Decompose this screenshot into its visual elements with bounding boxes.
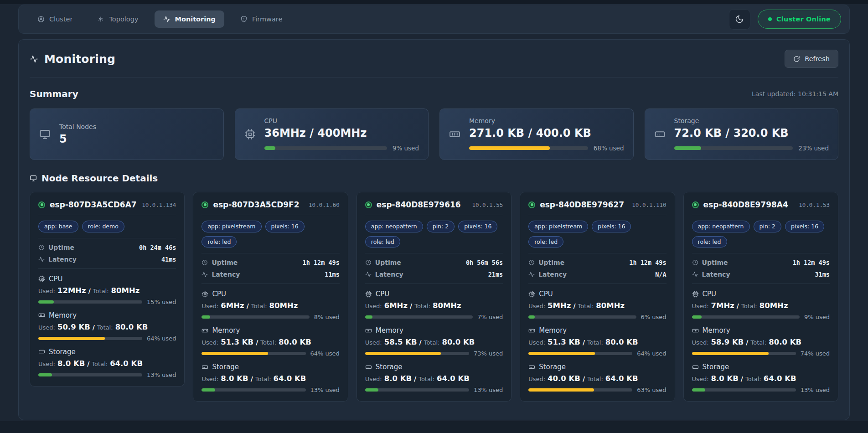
storage-icon	[692, 364, 699, 371]
progress-percent: 7% used	[477, 314, 503, 320]
node-card: esp-840D8E9798A410.0.1.53app: neopattern…	[683, 192, 838, 402]
summary-card-body: Memory271.0 KB / 400.0 KB68% used	[469, 117, 624, 152]
node-name: esp-840D8E979627	[540, 200, 624, 209]
progress-fill	[469, 146, 550, 150]
progress-row: 13% used	[202, 387, 339, 393]
total-value: 80MHz	[596, 301, 625, 310]
divider	[38, 238, 176, 238]
progress-row: 74% used	[692, 350, 830, 357]
tag-badge: pixels: 16	[592, 221, 631, 232]
divider	[38, 215, 176, 215]
progress-percent: 64% used	[637, 350, 666, 357]
uptime-label: Uptime	[48, 244, 74, 251]
cpu-title: CPU	[703, 290, 717, 298]
progress-percent: 8% used	[314, 314, 340, 320]
memory-header: Memory	[365, 326, 503, 335]
used-label: Used:	[692, 376, 709, 382]
total-label: Total:	[741, 303, 757, 309]
memory-section: MemoryUsed:58.5 KB/Total:80.0 KB73% used	[365, 326, 503, 357]
memory-icon	[692, 327, 699, 334]
progress-row: 64% used	[202, 350, 339, 357]
progress-fill	[202, 315, 210, 319]
divider	[692, 284, 830, 284]
cpu-icon	[365, 291, 372, 298]
separator: /	[583, 375, 585, 382]
total-label: Total:	[93, 288, 109, 294]
storage-title: Storage	[49, 348, 76, 356]
page-title: Monitoring	[44, 52, 115, 66]
monitor-icon	[39, 129, 51, 140]
used-label: Used:	[365, 376, 382, 382]
cluster-status-button[interactable]: Cluster Online	[758, 10, 841, 29]
memory-usage: Used:58.9 KB/Total:80.0 KB	[692, 338, 830, 346]
progress-fill	[202, 352, 268, 355]
uptime-row: Uptime0h 24m 46s	[38, 244, 176, 251]
uptime-value: 0h 56m 56s	[466, 259, 503, 266]
progress-track	[202, 352, 305, 355]
tag-badge: pixels: 16	[785, 221, 824, 232]
progress-row: 8% used	[202, 314, 339, 320]
tag-badge: role: led	[365, 236, 400, 248]
cpu-title: CPU	[49, 275, 63, 283]
cpu-section: CPUUsed:5MHz/Total:80MHz6% used	[528, 290, 666, 320]
latency-value: N/A	[655, 271, 666, 278]
memory-usage: Used:51.3 KB/Total:80.0 KB	[202, 338, 339, 346]
storage-usage: Used:8.0 KB/Total:64.0 KB	[202, 374, 339, 383]
memory-icon	[38, 312, 45, 319]
monitoring-icon	[30, 55, 38, 63]
uptime-row: Uptime1h 12m 49s	[202, 259, 339, 266]
tag-badge: role: demo	[82, 221, 124, 232]
total-value: 64.0 KB	[605, 374, 638, 383]
tab-monitoring[interactable]: Monitoring	[155, 10, 224, 28]
cpu-section: CPUUsed:12MHz/Total:80MHz15% used	[38, 275, 176, 305]
memory-section: MemoryUsed:51.3 KB/Total:80.0 KB64% used	[528, 326, 666, 357]
total-value: 64.0 KB	[437, 374, 470, 383]
theme-toggle-button[interactable]	[729, 9, 750, 30]
progress-fill	[528, 388, 594, 392]
refresh-button[interactable]: Refresh	[785, 50, 838, 68]
progress-track	[38, 300, 142, 304]
progress-track	[365, 315, 473, 319]
separator: /	[583, 339, 585, 346]
clock-icon	[692, 259, 698, 266]
divider	[202, 215, 339, 215]
cpu-header: CPU	[202, 290, 339, 298]
used-label: Used:	[528, 303, 545, 309]
storage-icon	[528, 364, 535, 371]
total-value: 80MHz	[269, 301, 298, 310]
used-label: Used:	[528, 376, 545, 382]
activity-icon	[38, 256, 45, 263]
progress-track	[528, 352, 632, 355]
latency-label: Latency	[538, 271, 567, 278]
used-value: 8.0 KB	[221, 374, 248, 383]
node-status-dot	[528, 201, 535, 208]
progress-track	[264, 146, 387, 150]
progress-fill	[692, 315, 702, 319]
tab-cluster[interactable]: Cluster	[29, 10, 81, 28]
cpu-icon	[202, 291, 208, 298]
memory-header: Memory	[38, 311, 176, 320]
page-title-wrap: Monitoring	[30, 52, 115, 66]
total-label: Total:	[418, 376, 434, 382]
cpu-header: CPU	[528, 290, 666, 298]
tab-firmware[interactable]: Firmware	[232, 10, 291, 28]
separator: /	[93, 324, 95, 331]
storage-section: StorageUsed:40.0 KB/Total:64.0 KB63% use…	[528, 363, 666, 393]
latency-label: Latency	[212, 271, 240, 278]
tab-topology[interactable]: Topology	[88, 10, 147, 28]
cpu-title: CPU	[376, 290, 390, 298]
total-value: 80MHz	[111, 286, 140, 295]
summary-cards: Total Nodes5CPU36MHz / 400MHz9% usedMemo…	[30, 108, 838, 160]
used-value: 40.0 KB	[548, 374, 580, 383]
used-value: 58.5 KB	[384, 338, 417, 346]
memory-icon	[202, 327, 208, 334]
total-value: 80MHz	[433, 301, 461, 310]
storage-icon	[202, 364, 208, 371]
progress-fill	[692, 352, 769, 355]
progress-row: 23% used	[674, 144, 829, 152]
separator: /	[410, 302, 412, 309]
total-value: 80.0 KB	[442, 338, 475, 346]
progress-track	[202, 388, 305, 392]
node-name: esp-840D8E9798A4	[703, 200, 788, 209]
cpu-icon	[692, 291, 699, 298]
